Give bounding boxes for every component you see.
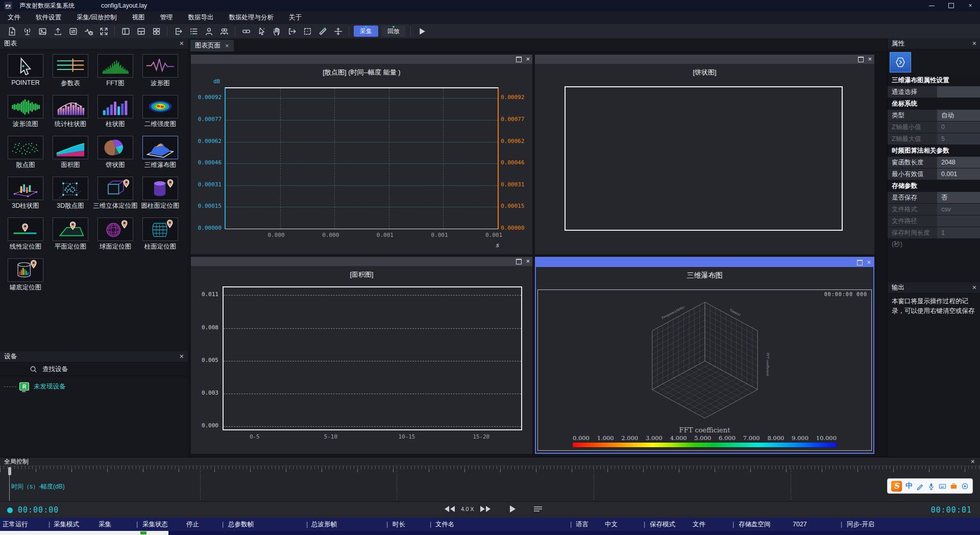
palette-item-param-table[interactable]: 参数表 [48,54,93,88]
palette-item-scatter-3d[interactable]: 3D散点图 [48,177,93,210]
wave-stream-icon[interactable] [8,95,43,118]
palette-item-fft[interactable]: FFT图 [93,54,138,88]
close-icon[interactable]: × [526,257,530,266]
export-upload-button[interactable] [51,25,64,37]
ruler-pen-button[interactable] [316,25,329,37]
file-new-button[interactable] [5,25,18,37]
scatter-icon[interactable] [8,136,43,159]
palette-item-cube-locate[interactable]: 三维立体定位图 [93,177,138,210]
menu-item-6[interactable]: 数据处理与分析 [221,11,281,24]
cylsurf-locate-icon[interactable] [142,217,178,241]
layout-split-button[interactable] [119,25,132,37]
crosshair-button[interactable] [331,25,345,37]
sphere-locate-icon[interactable] [97,217,133,241]
scatter-3d-icon[interactable] [53,177,88,200]
close-icon[interactable]: × [180,351,184,362]
restore-icon[interactable] [516,259,522,264]
tank-locate-icon[interactable] [8,258,43,282]
palette-item-pie[interactable]: 饼状图 [93,136,138,169]
waterfall-3d-icon[interactable] [142,136,178,159]
area-icon[interactable] [53,136,88,159]
hand-button[interactable] [270,25,283,37]
close-icon[interactable]: × [867,258,871,267]
palette-item-wave-stream[interactable]: 波形流图 [3,95,48,129]
palette-item-intensity-2d[interactable]: 二维强度图 [138,95,183,129]
record-antenna-button[interactable] [20,25,34,37]
cube-locate-icon[interactable] [97,177,133,200]
device-tree-item[interactable]: R 未发现设备 [0,380,188,393]
prop-value-field[interactable]: 自动 [937,110,980,121]
prop-value-field[interactable] [937,215,980,227]
palette-item-tank-locate[interactable]: 罐底定位图 [3,258,48,292]
palette-item-plane-locate[interactable]: 平面定位图 [48,217,93,251]
close-button[interactable]: × [961,0,980,11]
palette-item-sphere-locate[interactable]: 球面定位图 [93,217,138,251]
palette-item-waterfall-3d[interactable]: 三维瀑布图 [138,136,183,169]
close-icon[interactable]: × [180,38,184,49]
menu-item-7[interactable]: 关于 [281,11,309,24]
cursor-button[interactable] [255,25,268,37]
acquire-mode-button[interactable]: 采集 [354,26,378,37]
layout-grid-button[interactable] [150,25,163,37]
waterfall-chart[interactable]: 三维瀑布图 00:00:00 000 Frequency(kHz) Time(s… [536,267,873,453]
fft-icon[interactable] [97,54,133,78]
restore-icon[interactable] [858,57,864,62]
prop-value-field[interactable]: 0.001 [937,168,980,180]
prop-value-field[interactable]: 5 [937,133,980,144]
palette-item-cylsurf-locate[interactable]: 柱面定位图 [138,217,183,251]
waveform-icon[interactable] [142,54,178,78]
playback-mode-button[interactable]: 回放 [381,26,406,37]
menu-item-1[interactable]: 软件设置 [28,11,69,24]
plane-locate-icon[interactable] [53,217,88,241]
palette-item-area[interactable]: 面积图 [48,136,93,169]
palette-item-waveform[interactable]: 波形图 [138,54,183,88]
close-icon[interactable]: × [868,55,872,64]
palette-item-line-locate[interactable]: 线性定位图 [3,217,48,251]
restore-icon[interactable] [857,260,863,265]
scatter-chart[interactable]: [散点图] (时间--幅度 能量 ) dB s 0.000920.000920.… [191,64,532,254]
menu-icon[interactable] [533,505,543,513]
pointer-icon[interactable] [8,54,43,78]
list-button[interactable] [187,25,200,37]
prop-value-field[interactable]: 2048 [937,157,980,168]
palette-item-stat-bars[interactable]: 统计柱状图 [48,95,93,129]
prop-value-field[interactable]: csv [937,204,980,215]
select-region-button[interactable] [301,25,314,37]
fast-forward-button[interactable] [479,505,492,513]
palette-item-bars[interactable]: 柱状图 [93,95,138,129]
menu-item-3[interactable]: 视图 [124,11,152,24]
palette-item-pointer[interactable]: POINTER [3,54,48,88]
cylinder-locate-icon[interactable] [142,177,178,200]
waveform-clock-button[interactable] [82,25,95,37]
toolbox-icon[interactable] [950,482,958,490]
pen-icon[interactable] [916,482,924,490]
exit-door-button[interactable] [172,25,185,37]
maximize-button[interactable] [941,0,961,11]
bars-icon[interactable] [97,95,133,118]
image-button[interactable] [36,25,49,37]
pie-icon[interactable] [97,136,133,159]
layout-rows-button[interactable] [134,25,148,37]
arrow-export-button[interactable] [285,25,299,37]
play-button[interactable] [508,504,517,514]
menu-item-4[interactable]: 管理 [152,11,180,24]
timeline-playhead[interactable] [9,467,10,501]
ime-toolbar[interactable]: S 中 [887,478,973,494]
expand-button[interactable] [97,25,110,37]
ime-language-toggle[interactable]: 中 [905,481,913,491]
user-button[interactable] [202,25,215,37]
prop-value-field[interactable]: 1 [937,227,980,238]
close-icon[interactable]: × [972,282,976,293]
param-table-icon[interactable] [53,54,88,78]
device-search-input[interactable]: 查找设备 [0,362,188,376]
close-icon[interactable]: × [526,55,530,64]
palette-item-cylinder-locate[interactable]: 圆柱面定位图 [138,177,183,210]
prop-value-field[interactable] [937,86,980,98]
settings-sliders-button[interactable] [66,25,80,37]
minimize-button[interactable] [922,0,941,11]
tab-close-icon[interactable]: × [225,42,229,50]
waterfall-properties-icon[interactable] [890,52,911,72]
close-icon[interactable]: × [971,457,975,466]
menu-item-0[interactable]: 文件 [0,11,28,24]
palette-item-scatter[interactable]: 散点图 [3,136,48,169]
